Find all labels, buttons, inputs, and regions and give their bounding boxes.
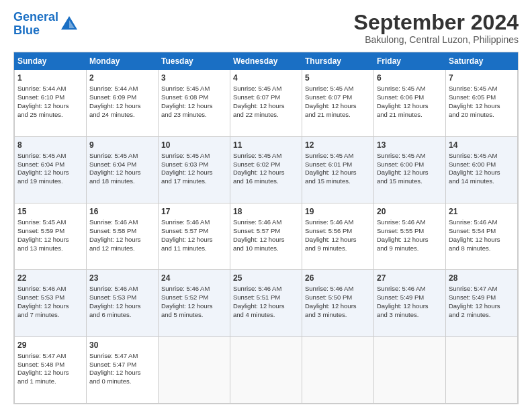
day-info: Sunset: 6:00 PM: [377, 161, 443, 169]
day-info: Sunset: 5:55 PM: [377, 227, 443, 236]
day-info: Sunrise: 5:46 AM: [449, 218, 515, 227]
calendar-cell: [302, 336, 374, 403]
calendar-cell: 10Sunrise: 5:45 AMSunset: 6:03 PMDayligh…: [159, 136, 230, 203]
day-info: and 8 minutes.: [449, 244, 515, 253]
day-info: Sunrise: 5:45 AM: [377, 85, 443, 93]
calendar-cell: 21Sunrise: 5:46 AMSunset: 5:54 PMDayligh…: [446, 203, 518, 269]
day-info: and 20 minutes.: [449, 111, 515, 120]
day-info: and 25 minutes.: [17, 111, 83, 120]
day-info: Sunrise: 5:45 AM: [233, 152, 299, 161]
logo-line1: General: [13, 10, 58, 24]
day-info: and 16 minutes.: [233, 177, 299, 186]
day-number: 24: [161, 273, 227, 283]
day-info: Sunset: 6:04 PM: [89, 161, 155, 169]
day-info: Daylight: 12 hours: [17, 102, 83, 111]
day-info: Sunset: 5:49 PM: [377, 293, 443, 302]
day-info: Sunrise: 5:46 AM: [377, 218, 443, 227]
day-info: Sunset: 5:56 PM: [305, 227, 371, 236]
header: General Blue September 2024 Bakulong, Ce…: [13, 11, 519, 45]
day-info: and 12 minutes.: [89, 244, 155, 253]
day-info: Daylight: 12 hours: [89, 102, 155, 111]
day-info: Sunrise: 5:45 AM: [233, 85, 299, 93]
day-number: 22: [17, 273, 83, 283]
calendar-cell: 8Sunrise: 5:45 AMSunset: 6:04 PMDaylight…: [15, 136, 87, 203]
day-number: 3: [161, 73, 227, 83]
calendar-cell: 25Sunrise: 5:46 AMSunset: 5:51 PMDayligh…: [230, 270, 302, 336]
day-number: 19: [305, 206, 371, 217]
day-info: Sunrise: 5:46 AM: [305, 218, 371, 227]
day-info: Sunrise: 5:45 AM: [17, 218, 83, 227]
calendar-cell: 17Sunrise: 5:46 AMSunset: 5:57 PMDayligh…: [159, 203, 230, 269]
day-info: Sunset: 5:54 PM: [449, 227, 515, 236]
calendar-week-3: 15Sunrise: 5:45 AMSunset: 5:59 PMDayligh…: [15, 203, 518, 269]
calendar-week-1: 1Sunrise: 5:44 AMSunset: 6:10 PMDaylight…: [15, 70, 518, 136]
day-info: Sunset: 6:10 PM: [17, 93, 83, 102]
day-number: 21: [449, 206, 515, 217]
day-info: and 24 minutes.: [89, 111, 155, 120]
calendar-cell: 9Sunrise: 5:45 AMSunset: 6:04 PMDaylight…: [87, 136, 159, 203]
day-info: and 18 minutes.: [89, 177, 155, 186]
day-info: Daylight: 12 hours: [305, 302, 371, 311]
calendar-cell: 30Sunrise: 5:47 AMSunset: 5:47 PMDayligh…: [87, 336, 159, 403]
day-info: Daylight: 12 hours: [17, 302, 83, 311]
day-info: Daylight: 12 hours: [161, 236, 227, 244]
day-info: Sunset: 5:59 PM: [17, 227, 83, 236]
header-thursday: Thursday: [302, 53, 374, 70]
day-number: 15: [17, 206, 83, 217]
day-number: 30: [89, 340, 155, 351]
day-info: Sunset: 5:49 PM: [449, 293, 515, 302]
day-number: 1: [17, 73, 83, 83]
day-number: 20: [377, 206, 443, 217]
day-number: 7: [449, 73, 515, 83]
day-info: Sunset: 6:05 PM: [449, 93, 515, 102]
day-number: 10: [161, 140, 227, 150]
day-number: 12: [305, 140, 371, 150]
day-info: Sunset: 5:58 PM: [89, 227, 155, 236]
day-number: 6: [377, 73, 443, 83]
day-info: Sunrise: 5:45 AM: [161, 85, 227, 93]
calendar-cell: 24Sunrise: 5:46 AMSunset: 5:52 PMDayligh…: [159, 270, 230, 336]
day-info: Daylight: 12 hours: [89, 369, 155, 377]
day-info: Sunrise: 5:47 AM: [449, 285, 515, 293]
day-info: Sunset: 6:02 PM: [233, 161, 299, 169]
calendar-cell: 15Sunrise: 5:45 AMSunset: 5:59 PMDayligh…: [15, 203, 87, 269]
page: General Blue September 2024 Bakulong, Ce…: [0, 0, 532, 411]
calendar-cell: 7Sunrise: 5:45 AMSunset: 6:05 PMDaylight…: [446, 70, 518, 136]
day-info: Daylight: 12 hours: [161, 302, 227, 311]
calendar-cell: 2Sunrise: 5:44 AMSunset: 6:09 PMDaylight…: [87, 70, 159, 136]
day-info: and 14 minutes.: [449, 177, 515, 186]
day-info: and 4 minutes.: [233, 311, 299, 320]
calendar-cell: 20Sunrise: 5:46 AMSunset: 5:55 PMDayligh…: [374, 203, 446, 269]
day-info: Sunrise: 5:46 AM: [305, 285, 371, 293]
logo: General Blue: [13, 11, 79, 38]
day-info: Daylight: 12 hours: [377, 302, 443, 311]
calendar-cell: [230, 336, 302, 403]
day-info: Sunrise: 5:45 AM: [305, 152, 371, 161]
header-wednesday: Wednesday: [230, 53, 302, 70]
day-number: 8: [17, 140, 83, 150]
calendar-cell: 16Sunrise: 5:46 AMSunset: 5:58 PMDayligh…: [87, 203, 159, 269]
title-block: September 2024 Bakulong, Central Luzon, …: [354, 11, 519, 45]
day-info: Daylight: 12 hours: [449, 302, 515, 311]
day-info: Daylight: 12 hours: [449, 169, 515, 177]
calendar-week-2: 8Sunrise: 5:45 AMSunset: 6:04 PMDaylight…: [15, 136, 518, 203]
day-info: Daylight: 12 hours: [305, 169, 371, 177]
day-info: Sunrise: 5:47 AM: [89, 352, 155, 361]
day-info: and 1 minute.: [17, 377, 83, 386]
day-info: Sunrise: 5:45 AM: [449, 85, 515, 93]
calendar-week-4: 22Sunrise: 5:46 AMSunset: 5:53 PMDayligh…: [15, 270, 518, 336]
day-info: Sunset: 6:04 PM: [17, 161, 83, 169]
calendar-table: Sunday Monday Tuesday Wednesday Thursday…: [14, 52, 518, 404]
calendar-cell: 14Sunrise: 5:45 AMSunset: 6:00 PMDayligh…: [446, 136, 518, 203]
day-info: and 19 minutes.: [17, 177, 83, 186]
day-info: Daylight: 12 hours: [233, 236, 299, 244]
day-info: and 0 minutes.: [89, 377, 155, 386]
day-info: Sunrise: 5:44 AM: [89, 85, 155, 93]
calendar-cell: 19Sunrise: 5:46 AMSunset: 5:56 PMDayligh…: [302, 203, 374, 269]
calendar-cell: [159, 336, 230, 403]
day-info: Daylight: 12 hours: [233, 102, 299, 111]
day-info: Sunset: 6:00 PM: [449, 161, 515, 169]
day-info: Sunrise: 5:45 AM: [17, 152, 83, 161]
day-info: Sunset: 6:03 PM: [161, 161, 227, 169]
day-info: Daylight: 12 hours: [17, 369, 83, 377]
